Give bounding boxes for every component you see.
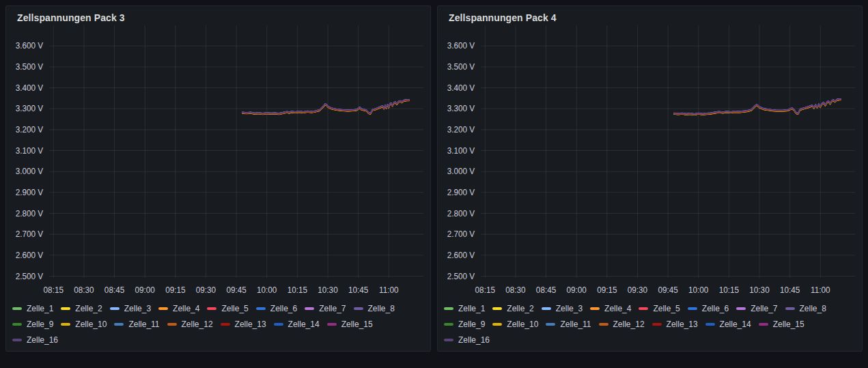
legend-row: Zelle_1Zelle_2Zelle_3Zelle_4Zelle_5Zelle… — [12, 303, 422, 314]
series-label: Zelle_16 — [458, 335, 490, 345]
legend-item-zelle_13[interactable]: Zelle_13 — [652, 319, 698, 330]
series-color-swatch — [688, 307, 697, 310]
x-axis-tick-labels: 08:1508:3008:4509:0009:1509:3009:4510:00… — [44, 285, 399, 295]
legend-item-zelle_15[interactable]: Zelle_15 — [327, 319, 373, 330]
chart-area: 3.600 V3.500 V3.400 V3.300 V3.200 V3.100… — [438, 25, 862, 302]
panel-zellspannungen-pack-4: Zellspannungen Pack 4 3.600 V3.500 V3.40… — [437, 5, 863, 352]
legend-item-zelle_7[interactable]: Zelle_7 — [736, 303, 777, 314]
legend-item-zelle_8[interactable]: Zelle_8 — [785, 303, 826, 314]
legend-item-zelle_10[interactable]: Zelle_10 — [492, 319, 538, 330]
svg-text:3.100 V: 3.100 V — [16, 146, 44, 156]
legend-row: Zelle_9Zelle_10Zelle_11Zelle_12Zelle_13Z… — [12, 319, 422, 330]
legend: Zelle_1Zelle_2Zelle_3Zelle_4Zelle_5Zelle… — [6, 302, 430, 351]
y-axis-tick-labels: 3.600 V3.500 V3.400 V3.300 V3.200 V3.100… — [16, 41, 44, 281]
dashboard: Zellspannungen Pack 3 3.600 V3.500 V3.40… — [0, 0, 868, 357]
panel-header[interactable]: Zellspannungen Pack 4 — [438, 6, 862, 25]
svg-text:2.800 V: 2.800 V — [16, 209, 44, 218]
series-color-swatch — [327, 323, 337, 326]
panel-header[interactable]: Zellspannungen Pack 3 — [6, 6, 430, 25]
series-lines — [242, 100, 409, 115]
svg-text:09:30: 09:30 — [196, 285, 216, 295]
series-color-swatch — [759, 323, 768, 326]
series-color-swatch — [736, 307, 746, 310]
series-color-swatch — [492, 307, 502, 310]
legend-item-zelle_7[interactable]: Zelle_7 — [305, 303, 346, 314]
panel-zellspannungen-pack-3: Zellspannungen Pack 3 3.600 V3.500 V3.40… — [5, 5, 431, 352]
svg-text:3.500 V: 3.500 V — [16, 62, 44, 72]
legend-item-zelle_11[interactable]: Zelle_11 — [546, 319, 591, 330]
legend-item-zelle_16[interactable]: Zelle_16 — [12, 335, 58, 345]
series-label: Zelle_8 — [800, 303, 826, 314]
legend-item-zelle_3[interactable]: Zelle_3 — [542, 303, 583, 314]
legend-item-zelle_15[interactable]: Zelle_15 — [759, 319, 804, 330]
svg-text:10:00: 10:00 — [688, 285, 709, 295]
legend-item-zelle_1[interactable]: Zelle_1 — [444, 303, 485, 314]
svg-text:2.500 V: 2.500 V — [447, 271, 475, 281]
svg-text:10:30: 10:30 — [749, 285, 770, 295]
series-label: Zelle_3 — [556, 303, 583, 314]
svg-text:2.700 V: 2.700 V — [447, 229, 475, 239]
series-label: Zelle_16 — [27, 335, 58, 345]
legend-item-zelle_16[interactable]: Zelle_16 — [444, 335, 490, 345]
legend-item-zelle_12[interactable]: Zelle_12 — [167, 319, 213, 330]
svg-text:09:15: 09:15 — [165, 285, 186, 295]
series-label: Zelle_2 — [507, 303, 533, 314]
series-lines — [674, 98, 841, 115]
series-label: Zelle_11 — [128, 319, 159, 330]
legend-item-zelle_13[interactable]: Zelle_13 — [221, 319, 266, 330]
series-color-swatch — [652, 323, 662, 326]
series-color-swatch — [705, 323, 715, 326]
time-series-chart[interactable]: 3.600 V3.500 V3.400 V3.300 V3.200 V3.100… — [438, 25, 859, 302]
legend-item-zelle_2[interactable]: Zelle_2 — [61, 303, 102, 314]
series-color-swatch — [590, 307, 600, 310]
series-label: Zelle_12 — [182, 319, 213, 330]
legend-item-zelle_4[interactable]: Zelle_4 — [158, 303, 199, 314]
svg-text:10:00: 10:00 — [257, 285, 277, 295]
svg-text:3.300 V: 3.300 V — [16, 104, 44, 113]
svg-text:2.600 V: 2.600 V — [447, 251, 475, 260]
series-label: Zelle_6 — [702, 303, 729, 314]
series-label: Zelle_1 — [27, 303, 53, 314]
series-color-swatch — [542, 307, 551, 310]
svg-text:09:15: 09:15 — [597, 285, 617, 295]
legend-item-zelle_6[interactable]: Zelle_6 — [688, 303, 729, 314]
legend-item-zelle_9[interactable]: Zelle_9 — [444, 319, 485, 330]
legend-item-zelle_9[interactable]: Zelle_9 — [12, 319, 53, 330]
series-label: Zelle_14 — [720, 319, 751, 330]
series-color-swatch — [444, 323, 453, 326]
series-label: Zelle_6 — [270, 303, 297, 314]
gridlines — [481, 25, 855, 278]
legend-item-zelle_5[interactable]: Zelle_5 — [207, 303, 248, 314]
legend-item-zelle_1[interactable]: Zelle_1 — [12, 303, 53, 314]
svg-text:2.800 V: 2.800 V — [447, 209, 475, 218]
series-label: Zelle_12 — [613, 319, 645, 330]
panel-title: Zellspannungen Pack 4 — [449, 12, 557, 23]
svg-text:08:15: 08:15 — [44, 285, 64, 295]
legend-item-zelle_4[interactable]: Zelle_4 — [590, 303, 631, 314]
series-label: Zelle_1 — [458, 303, 485, 314]
series-label: Zelle_5 — [221, 303, 248, 314]
svg-text:10:45: 10:45 — [780, 285, 800, 295]
gridlines — [49, 25, 423, 278]
series-label: Zelle_4 — [604, 303, 631, 314]
legend-item-zelle_10[interactable]: Zelle_10 — [61, 319, 107, 330]
series-label: Zelle_11 — [560, 319, 591, 330]
legend-item-zelle_12[interactable]: Zelle_12 — [599, 319, 645, 330]
svg-text:3.000 V: 3.000 V — [447, 167, 475, 176]
svg-text:10:30: 10:30 — [318, 285, 338, 295]
legend-item-zelle_6[interactable]: Zelle_6 — [256, 303, 297, 314]
legend-item-zelle_8[interactable]: Zelle_8 — [354, 303, 395, 314]
time-series-chart[interactable]: 3.600 V3.500 V3.400 V3.300 V3.200 V3.100… — [6, 25, 428, 302]
series-label: Zelle_9 — [27, 319, 53, 330]
series-label: Zelle_5 — [653, 303, 680, 314]
legend-item-zelle_5[interactable]: Zelle_5 — [639, 303, 680, 314]
svg-text:3.600 V: 3.600 V — [447, 41, 475, 51]
svg-text:09:00: 09:00 — [135, 285, 156, 295]
legend-item-zelle_14[interactable]: Zelle_14 — [705, 319, 751, 330]
legend: Zelle_1Zelle_2Zelle_3Zelle_4Zelle_5Zelle… — [438, 302, 862, 351]
legend-item-zelle_3[interactable]: Zelle_3 — [110, 303, 151, 314]
legend-item-zelle_2[interactable]: Zelle_2 — [492, 303, 533, 314]
legend-item-zelle_14[interactable]: Zelle_14 — [274, 319, 320, 330]
series-color-swatch — [110, 307, 120, 310]
legend-item-zelle_11[interactable]: Zelle_11 — [114, 319, 159, 330]
